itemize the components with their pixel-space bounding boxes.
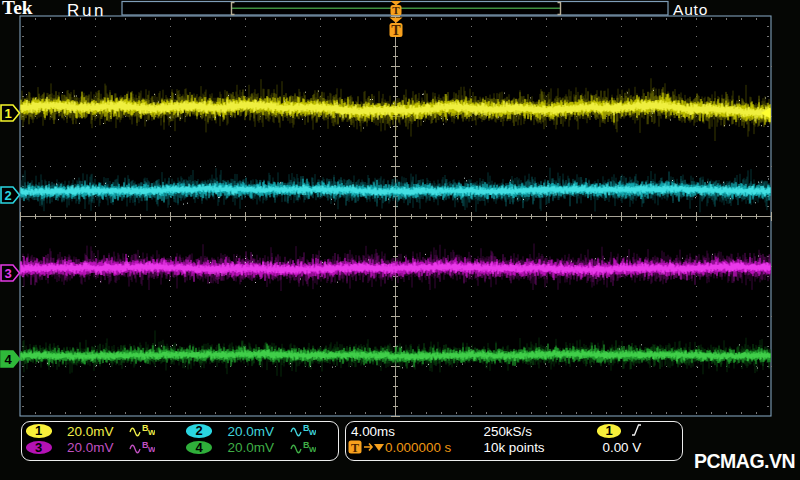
svg-text:2: 2 — [4, 188, 11, 203]
svg-text:W: W — [148, 428, 155, 437]
svg-text:T: T — [351, 441, 359, 455]
svg-text:1: 1 — [4, 106, 11, 121]
svg-text:W: W — [309, 428, 316, 437]
svg-text:3: 3 — [4, 266, 11, 281]
svg-text:T: T — [392, 4, 400, 16]
svg-text:W: W — [148, 445, 155, 454]
svg-text:4: 4 — [4, 352, 12, 367]
svg-text:W: W — [309, 445, 316, 454]
svg-text:T: T — [391, 23, 401, 38]
